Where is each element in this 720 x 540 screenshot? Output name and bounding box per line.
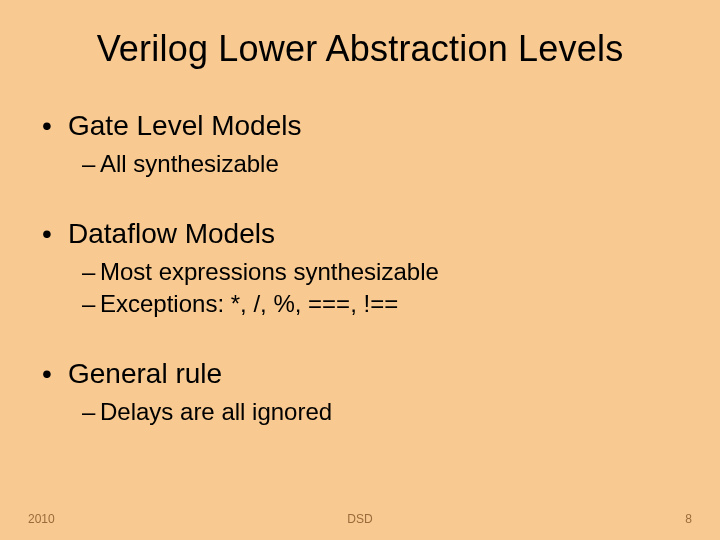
- bullet-gate-level: •Gate Level Models: [42, 110, 680, 142]
- bullet-icon: •: [42, 358, 68, 390]
- bullet-general-rule: •General rule: [42, 358, 680, 390]
- footer-label: DSD: [0, 512, 720, 526]
- bullet-icon: •: [42, 110, 68, 142]
- dash-icon: –: [82, 290, 100, 318]
- subbullet-text: Delays are all ignored: [100, 398, 332, 425]
- dash-icon: –: [82, 398, 100, 426]
- bullet-text: Dataflow Models: [68, 218, 275, 249]
- bullet-text: Gate Level Models: [68, 110, 301, 141]
- slide-title: Verilog Lower Abstraction Levels: [40, 28, 680, 70]
- subbullet: –Exceptions: *, /, %, ===, !==: [82, 290, 680, 318]
- slide-number: 8: [685, 512, 692, 526]
- dash-icon: –: [82, 258, 100, 286]
- dash-icon: –: [82, 150, 100, 178]
- slide: Verilog Lower Abstraction Levels •Gate L…: [0, 0, 720, 540]
- slide-content: •Gate Level Models –All synthesizable •D…: [40, 110, 680, 426]
- bullet-text: General rule: [68, 358, 222, 389]
- subbullet-text: Most expressions synthesizable: [100, 258, 439, 285]
- subbullet-text: All synthesizable: [100, 150, 279, 177]
- subbullet: –Most expressions synthesizable: [82, 258, 680, 286]
- bullet-icon: •: [42, 218, 68, 250]
- subbullet: –All synthesizable: [82, 150, 680, 178]
- subbullet-text: Exceptions: *, /, %, ===, !==: [100, 290, 398, 317]
- bullet-dataflow: •Dataflow Models: [42, 218, 680, 250]
- subbullet: –Delays are all ignored: [82, 398, 680, 426]
